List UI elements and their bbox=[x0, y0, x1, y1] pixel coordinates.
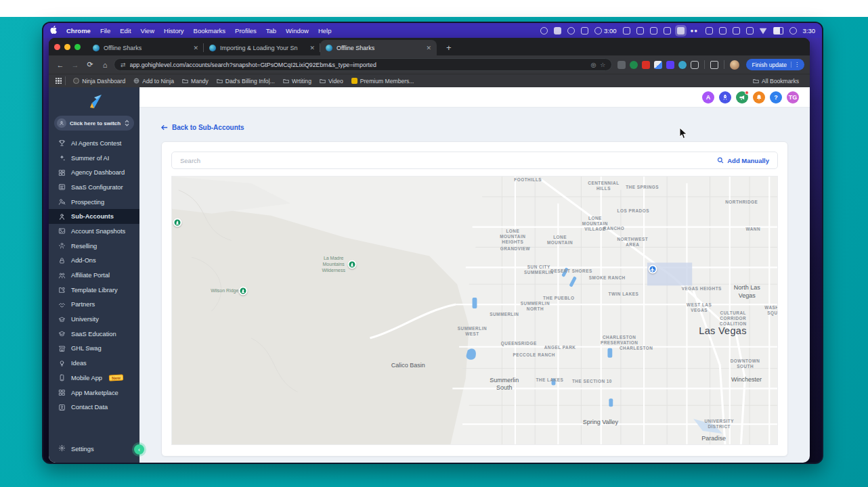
site-settings-icon[interactable]: ⇄ bbox=[121, 62, 126, 68]
minimize-window-button[interactable] bbox=[64, 44, 70, 50]
bookmark-5[interactable]: Wrtiting bbox=[279, 78, 316, 85]
menu-item-history[interactable]: History bbox=[164, 27, 184, 34]
help-icon[interactable]: ? bbox=[770, 91, 782, 103]
shape-icon[interactable] bbox=[746, 27, 754, 34]
address-bar[interactable]: ⇄ app.gohighlevel.com/accounts/search?sn… bbox=[114, 58, 612, 71]
home-button[interactable]: ⌂ bbox=[99, 61, 111, 69]
battery-icon[interactable] bbox=[773, 27, 783, 34]
sidebar-item-add-ons[interactable]: Add-Ons bbox=[49, 254, 139, 269]
pin-extension-icon[interactable] bbox=[642, 61, 650, 69]
globe-icon[interactable] bbox=[540, 27, 548, 34]
menu-item-edit[interactable]: Edit bbox=[120, 27, 131, 34]
sidebar-item-affiliate-portal[interactable]: Affiliate Portal bbox=[49, 268, 139, 283]
sidebar-item-contact-data[interactable]: Contact Data bbox=[49, 400, 139, 415]
display-icon[interactable] bbox=[706, 27, 713, 34]
browser-tab-2[interactable]: Importing & Loading Your Sn✕ bbox=[204, 40, 320, 55]
menu-item-file[interactable]: File bbox=[100, 27, 110, 34]
dropbox-icon[interactable] bbox=[650, 27, 657, 34]
browser-tab-1[interactable]: Offline Sharks✕ bbox=[87, 40, 204, 55]
sidebar-item-sub-accounts[interactable]: Sub-Accounts bbox=[49, 209, 139, 224]
tree-extension-icon[interactable] bbox=[630, 61, 638, 69]
sidebar-item-ghl-swag[interactable]: GHL Swag bbox=[49, 342, 139, 356]
sidebar-item-reselling[interactable]: Reselling bbox=[49, 239, 139, 254]
apple-menu-icon[interactable] bbox=[50, 26, 57, 35]
sidebar-item-app-marketplace[interactable]: App Marketplace bbox=[49, 386, 139, 400]
menu-item-profiles[interactable]: Profiles bbox=[235, 27, 257, 34]
cloud-extension-icon[interactable] bbox=[678, 61, 687, 69]
password-icon[interactable] bbox=[733, 27, 740, 34]
menu-item-tab[interactable]: Tab bbox=[266, 27, 276, 34]
url-text[interactable]: app.gohighlevel.com/accounts/search?snap… bbox=[130, 62, 587, 68]
back-button[interactable]: ← bbox=[54, 61, 66, 69]
map-view[interactable]: FOOTHILLSCENTENNIAL HILLSTHE SPRINGSNORT… bbox=[171, 176, 778, 445]
airport-marker[interactable] bbox=[648, 265, 657, 274]
browser-menu-icon[interactable]: ⋮ bbox=[791, 62, 802, 68]
close-window-button[interactable] bbox=[54, 44, 60, 50]
bookmark-1[interactable]: Ninja Dashboard bbox=[69, 78, 129, 85]
search-input[interactable]: Search bbox=[180, 157, 717, 164]
location-icon[interactable]: ◎ bbox=[590, 62, 596, 68]
bookmark-4[interactable]: Dad's Billing Info|... bbox=[213, 78, 279, 85]
search-bar[interactable]: Search Add Manually bbox=[171, 152, 778, 169]
menu-item-window[interactable]: Window bbox=[286, 27, 309, 34]
menu-item-chrome[interactable]: Chrome bbox=[66, 27, 91, 34]
all-bookmarks-button[interactable]: All Bookmarks bbox=[749, 78, 803, 85]
camera-extension-icon[interactable] bbox=[617, 61, 626, 69]
rocket-icon[interactable] bbox=[719, 91, 731, 103]
sidebar-item-ideas[interactable]: Ideas bbox=[49, 356, 139, 371]
screen-record-icon[interactable] bbox=[677, 27, 685, 34]
purple-extension-icon[interactable] bbox=[666, 61, 674, 69]
pen-extension-icon[interactable] bbox=[654, 61, 662, 69]
profile-avatar[interactable]: TG bbox=[787, 91, 799, 103]
sidebar-item-agency-dashboard[interactable]: Agency Dashboard bbox=[49, 165, 139, 180]
assistant-icon[interactable] bbox=[567, 27, 575, 34]
translate-icon[interactable]: A bbox=[702, 91, 714, 103]
tab-close-icon[interactable]: ✕ bbox=[309, 45, 315, 51]
sidebar-item-university[interactable]: University bbox=[49, 312, 139, 327]
forward-button[interactable]: → bbox=[69, 61, 81, 69]
bookmark-7[interactable]: Premium Members... bbox=[347, 78, 418, 85]
park-marker[interactable] bbox=[348, 260, 357, 269]
tab-close-icon[interactable]: ✕ bbox=[193, 45, 198, 51]
announcements-icon[interactable] bbox=[736, 91, 748, 103]
wifi-icon[interactable] bbox=[760, 27, 767, 34]
nodes-icon[interactable] bbox=[554, 27, 561, 34]
keyboard-icon[interactable] bbox=[664, 27, 671, 34]
timer-icon[interactable]: 3:00 bbox=[594, 27, 617, 34]
tab-close-icon[interactable]: ✕ bbox=[426, 45, 431, 51]
sidebar-item-partners[interactable]: Partners bbox=[49, 298, 139, 312]
reload-button[interactable]: ⟳ bbox=[84, 60, 96, 69]
windows-icon[interactable] bbox=[581, 27, 588, 34]
account-switcher[interactable]: Click here to switch bbox=[54, 116, 134, 131]
finish-update-button[interactable]: Finish update ⋮ bbox=[746, 59, 804, 70]
extensions-puzzle-icon[interactable] bbox=[691, 61, 699, 69]
drive-icon[interactable] bbox=[636, 27, 644, 34]
add-manually-button[interactable]: Add Manually bbox=[717, 157, 769, 164]
park-marker[interactable] bbox=[173, 218, 182, 227]
link-icon[interactable] bbox=[623, 27, 630, 34]
bookmark-6[interactable]: Video bbox=[316, 78, 347, 85]
apps-grid-icon[interactable] bbox=[56, 78, 62, 84]
sidebar-item-ai-agents-contest[interactable]: AI Agents Contest bbox=[49, 136, 139, 151]
dots-icon[interactable]: ●● bbox=[691, 27, 699, 34]
sidebar-item-summer-of-ai[interactable]: Summer of AI bbox=[49, 151, 139, 166]
sidebar-item-saas-education[interactable]: SaaS Education bbox=[49, 327, 139, 342]
back-to-subaccounts-link[interactable]: Back to Sub-Accounts bbox=[161, 124, 244, 131]
menu-item-bookmarks[interactable]: Bookmarks bbox=[194, 27, 226, 34]
menu-item-help[interactable]: Help bbox=[318, 27, 332, 34]
search-icon[interactable] bbox=[719, 27, 726, 34]
chrome-profile-avatar[interactable] bbox=[730, 60, 739, 70]
window-controls[interactable] bbox=[54, 38, 81, 55]
sidebar-item-mobile-app[interactable]: Mobile AppNew bbox=[49, 371, 139, 386]
bookmark-2[interactable]: Add to Ninja bbox=[129, 78, 178, 85]
menu-item-view[interactable]: View bbox=[141, 27, 154, 34]
notifications-icon[interactable] bbox=[753, 91, 765, 103]
sidebar-item-account-snapshots[interactable]: Account Snapshots bbox=[49, 224, 139, 239]
maximize-window-button[interactable] bbox=[74, 44, 81, 50]
sidebar-item-saas-configurator[interactable]: SaaS Configurator bbox=[49, 180, 139, 195]
browser-tab-3[interactable]: Offline Sharks✕ bbox=[320, 40, 437, 55]
park-marker[interactable] bbox=[239, 287, 248, 296]
sidebar-item-template-library[interactable]: Template Library bbox=[49, 283, 139, 298]
sidebar-item-prospecting[interactable]: Prospecting bbox=[49, 195, 139, 210]
new-tab-button[interactable]: + bbox=[442, 40, 456, 55]
